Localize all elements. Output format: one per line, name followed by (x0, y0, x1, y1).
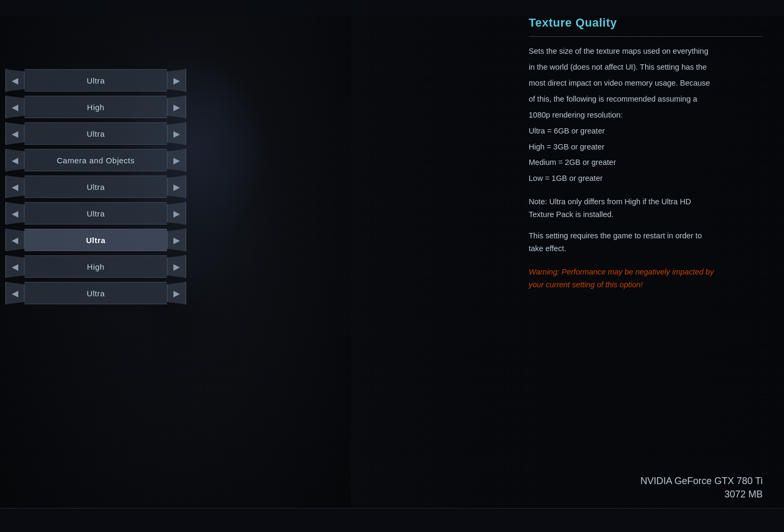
arrow-right-3[interactable]: ▶ (167, 122, 186, 145)
setting-row-9: ◀ Ultra ▶ (5, 282, 186, 304)
setting-row-8: ◀ High ▶ (5, 255, 186, 278)
info-panel: Texture Quality Sets the size of the tex… (529, 16, 763, 292)
setting-row-4: ◀ Camera and Objects ▶ (5, 149, 186, 171)
top-bar (0, 0, 784, 16)
setting-row-5: ◀ Ultra ▶ (5, 176, 186, 198)
setting-row-2: ◀ High ▶ (5, 96, 186, 118)
arrow-right-8[interactable]: ▶ (167, 255, 186, 278)
setting-value-8: High (24, 255, 167, 278)
warning-text: Warning: Performance may be negatively i… (529, 266, 763, 292)
arrow-left-1[interactable]: ◀ (5, 69, 24, 92)
arrow-right-6[interactable]: ▶ (167, 202, 186, 225)
quality-high: High = 3GB or greater (529, 141, 763, 154)
info-divider (529, 36, 763, 37)
gpu-name: NVIDIA GeForce GTX 780 Ti (640, 476, 763, 487)
gpu-vram: 3072 MB (640, 489, 763, 500)
arrow-right-2[interactable]: ▶ (167, 96, 186, 118)
quality-ultra: Ultra = 6GB or greater (529, 125, 763, 138)
arrow-left-4[interactable]: ◀ (5, 149, 24, 171)
info-title: Texture Quality (529, 16, 763, 30)
setting-value-4: Camera and Objects (24, 149, 167, 171)
setting-value-1: Ultra (24, 69, 167, 92)
arrow-left-8[interactable]: ◀ (5, 255, 24, 278)
setting-value-2: High (24, 96, 167, 118)
arrow-left-7[interactable]: ◀ (5, 229, 24, 251)
gpu-info: NVIDIA GeForce GTX 780 Ti 3072 MB (640, 476, 763, 500)
quality-low: Low = 1GB or greater (529, 172, 763, 185)
setting-row-1: ◀ Ultra ▶ (5, 69, 186, 92)
setting-value-9: Ultra (24, 282, 167, 304)
setting-row-3: ◀ Ultra ▶ (5, 122, 186, 145)
info-note: Note: Ultra only differs from High if th… (529, 196, 763, 221)
arrow-right-9[interactable]: ▶ (167, 282, 186, 304)
arrow-left-5[interactable]: ◀ (5, 176, 24, 198)
info-description: Sets the size of the texture maps used o… (529, 45, 763, 185)
setting-row-7: ◀ Ultra ▶ (5, 229, 186, 251)
note-text: Note: Ultra only differs from High if th… (529, 196, 763, 221)
arrow-left-2[interactable]: ◀ (5, 96, 24, 118)
restart-text: This setting requires the game to restar… (529, 230, 763, 255)
setting-value-5: Ultra (24, 176, 167, 198)
setting-value-7: Ultra (24, 229, 167, 251)
arrow-right-7[interactable]: ▶ (167, 229, 186, 251)
arrow-left-3[interactable]: ◀ (5, 122, 24, 145)
arrow-right-5[interactable]: ▶ (167, 176, 186, 198)
arrow-left-6[interactable]: ◀ (5, 202, 24, 225)
info-warning: Warning: Performance may be negatively i… (529, 266, 763, 292)
arrow-right-1[interactable]: ▶ (167, 69, 186, 92)
quality-medium: Medium = 2GB or greater (529, 156, 763, 169)
desc-line2: in the world (does not affect UI). This … (529, 61, 763, 74)
bottom-bar (0, 508, 784, 532)
info-restart: This setting requires the game to restar… (529, 230, 763, 255)
desc-line1: Sets the size of the texture maps used o… (529, 45, 763, 58)
desc-line3: most direct impact on video memory usage… (529, 77, 763, 90)
arrow-right-4[interactable]: ▶ (167, 149, 186, 171)
setting-value-3: Ultra (24, 122, 167, 145)
arrow-left-9[interactable]: ◀ (5, 282, 24, 304)
setting-row-6: ◀ Ultra ▶ (5, 202, 186, 225)
settings-panel: ◀ Ultra ▶ ◀ High ▶ ◀ Ultra ▶ ◀ Camera an… (5, 69, 186, 304)
setting-value-6: Ultra (24, 202, 167, 225)
desc-line5: 1080p rendering resolution: (529, 109, 763, 122)
desc-line4: of this, the following is recommended as… (529, 93, 763, 106)
